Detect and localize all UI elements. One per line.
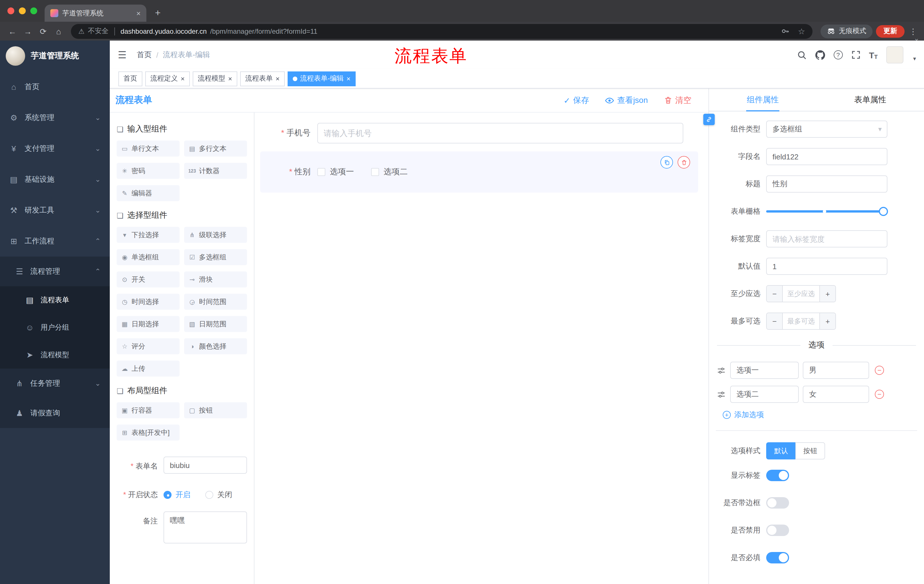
fullscreen-icon[interactable]	[851, 50, 860, 59]
help-icon[interactable]: ?	[833, 50, 843, 59]
sidebar-item-payment-management[interactable]: ¥ 支付管理 ⌄	[0, 133, 110, 164]
style-button-button[interactable]: 按钮	[795, 442, 825, 459]
slider-handle[interactable]	[879, 207, 888, 216]
browser-tab[interactable]: 芋道管理系统 ×	[45, 5, 146, 22]
window-close-button[interactable]	[7, 7, 14, 14]
drag-handle-icon[interactable]	[716, 366, 726, 375]
remove-option-icon[interactable]: −	[875, 390, 884, 399]
default-value-input[interactable]	[766, 258, 888, 275]
palette-item-button[interactable]: ▢按钮	[184, 402, 247, 418]
forward-icon[interactable]: →	[20, 26, 35, 36]
option-2-value-input[interactable]	[803, 386, 869, 403]
palette-item-time-range[interactable]: ◶时间范围	[184, 294, 247, 310]
form-grid-slider[interactable]	[766, 203, 888, 220]
search-icon[interactable]	[797, 50, 807, 60]
drag-handle-icon[interactable]	[716, 390, 726, 398]
increase-button[interactable]: +	[819, 286, 835, 302]
link-icon-button[interactable]	[703, 114, 715, 125]
palette-item-date-range[interactable]: ▧日期范围	[184, 316, 247, 332]
palette-item-password[interactable]: ✳密码	[117, 163, 180, 179]
sidebar-item-workflow[interactable]: ⊞ 工作流程 ⌃	[0, 226, 110, 257]
remove-option-icon[interactable]: −	[875, 366, 884, 375]
sidebar-item-process-form[interactable]: ▤ 流程表单	[0, 286, 110, 314]
palette-item-radio-group[interactable]: ◉单选框组	[117, 249, 180, 265]
label-width-input[interactable]	[766, 230, 888, 247]
sidebar-item-leave-query[interactable]: ♟ 请假查询	[0, 398, 110, 428]
tag-process-model[interactable]: 流程模型 ×	[193, 71, 237, 86]
font-size-icon[interactable]: TT	[869, 50, 878, 60]
sidebar-item-process-model[interactable]: ➤ 流程模型	[0, 341, 110, 368]
style-default-button[interactable]: 默认	[766, 442, 795, 459]
palette-item-checkbox-group[interactable]: ☑多选框组	[184, 249, 247, 265]
palette-item-slider[interactable]: ⊸滑块	[184, 271, 247, 288]
decrease-button[interactable]: −	[767, 286, 783, 302]
palette-item-multi-line-text[interactable]: ▤多行文本	[184, 141, 247, 156]
form-canvas[interactable]: 手机号	[254, 113, 708, 584]
show-label-toggle[interactable]	[766, 470, 789, 481]
bookmark-star-icon[interactable]: ☆	[798, 26, 805, 36]
component-type-select[interactable]: 多选框组	[766, 120, 888, 138]
max-select-value[interactable]: 最多可选	[783, 313, 819, 329]
hamburger-icon[interactable]: ☰	[118, 49, 127, 61]
min-select-value[interactable]: 至少应选	[783, 286, 819, 302]
canvas-field-gender-selected[interactable]: 性别 选项一 选项二	[260, 151, 698, 192]
tag-process-form-edit[interactable]: 流程表单-编辑 ×	[288, 71, 356, 86]
tag-process-definition[interactable]: 流程定义 ×	[145, 71, 190, 86]
address-bar[interactable]: ⚠ 不安全 dashboard.yudao.iocoder.cn /bpm/ma…	[71, 24, 812, 39]
canvas-field-phone[interactable]: 手机号	[260, 123, 698, 143]
reload-icon[interactable]: ⟳	[35, 26, 51, 36]
palette-item-cascader[interactable]: ⋔级联选择	[184, 227, 247, 243]
palette-item-rate[interactable]: ☆评分	[117, 338, 180, 354]
remark-textarea[interactable]: 嘿嘿	[163, 512, 247, 543]
title-input[interactable]	[766, 175, 888, 192]
chrome-update-button[interactable]: 更新	[876, 25, 904, 38]
back-icon[interactable]: ←	[5, 26, 20, 36]
tag-close-icon[interactable]: ×	[346, 75, 350, 82]
sidebar-item-process-management[interactable]: ☰ 流程管理 ⌃	[0, 257, 110, 286]
increase-button[interactable]: +	[819, 313, 835, 329]
palette-item-upload[interactable]: ☁上传	[117, 360, 180, 377]
status-on-radio[interactable]: 开启	[163, 490, 190, 500]
view-json-button[interactable]: 查看json	[605, 95, 648, 105]
avatar-caret-icon[interactable]: ▾	[913, 56, 916, 62]
sidebar-item-home[interactable]: ⌂ 首页	[0, 71, 110, 102]
option-1-label-input[interactable]	[730, 362, 799, 379]
gender-option-2-checkbox[interactable]: 选项二	[371, 167, 408, 177]
sidebar-item-system-management[interactable]: ⚙ 系统管理 ⌄	[0, 102, 110, 133]
tag-close-icon[interactable]: ×	[181, 75, 185, 82]
window-minimize-button[interactable]	[19, 7, 26, 14]
sidebar-item-infrastructure[interactable]: ▤ 基础设施 ⌄	[0, 164, 110, 195]
new-tab-button[interactable]: +	[155, 8, 161, 18]
gender-option-1-checkbox[interactable]: 选项一	[317, 167, 354, 177]
tab-close-icon[interactable]: ×	[136, 10, 141, 17]
tag-close-icon[interactable]: ×	[276, 75, 280, 82]
clear-button[interactable]: 清空	[664, 95, 691, 105]
palette-item-select[interactable]: ▾下拉选择	[117, 227, 180, 243]
home-icon[interactable]: ⌂	[51, 26, 66, 36]
tag-home[interactable]: 首页	[118, 71, 142, 86]
tag-process-form[interactable]: 流程表单 ×	[240, 71, 285, 86]
field-name-input[interactable]	[766, 148, 888, 165]
copy-field-button[interactable]	[660, 156, 673, 169]
sidebar-item-task-management[interactable]: ⋔ 任务管理 ⌄	[0, 368, 110, 398]
disabled-toggle[interactable]	[766, 525, 789, 536]
palette-item-row-container[interactable]: ▣行容器	[117, 402, 180, 418]
option-2-label-input[interactable]	[730, 386, 799, 403]
delete-field-button[interactable]	[678, 156, 690, 169]
decrease-button[interactable]: −	[767, 313, 783, 329]
sidebar-item-dev-tools[interactable]: ⚒ 研发工具 ⌄	[0, 195, 110, 226]
required-toggle[interactable]	[766, 552, 789, 563]
breadcrumb-home[interactable]: 首页	[137, 50, 152, 60]
palette-item-table[interactable]: ⊞表格[开发中]	[117, 424, 180, 441]
save-button[interactable]: ✓ 保存	[563, 95, 589, 105]
tag-close-icon[interactable]: ×	[228, 75, 232, 82]
tab-form-props[interactable]: 表单属性	[817, 89, 924, 111]
palette-item-single-line-text[interactable]: ▭单行文本	[117, 141, 180, 156]
palette-item-date-picker[interactable]: ▦日期选择	[117, 316, 180, 332]
palette-item-color-picker[interactable]: ◑颜色选择	[184, 338, 247, 354]
with-border-toggle[interactable]	[766, 497, 789, 508]
add-option-button[interactable]: + 添加选项	[723, 410, 764, 420]
palette-item-editor[interactable]: ✎编辑器	[117, 185, 180, 201]
palette-item-counter[interactable]: 123计数器	[184, 163, 247, 179]
github-icon[interactable]	[815, 50, 825, 60]
